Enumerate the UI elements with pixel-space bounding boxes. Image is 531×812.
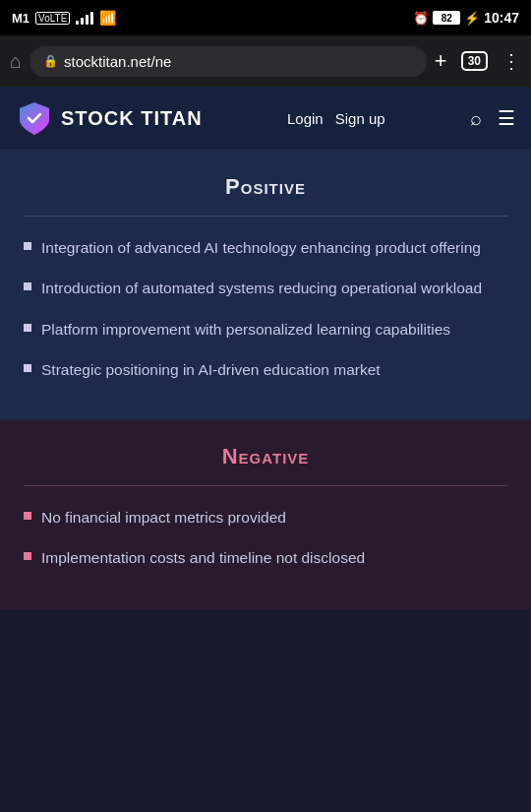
bullet-icon xyxy=(24,242,31,250)
add-tab-button[interactable]: + xyxy=(435,48,447,74)
nav-links: Login Sign up xyxy=(287,110,385,127)
negative-item-1: No financial impact metrics provided xyxy=(41,506,286,529)
bullet-icon xyxy=(24,512,31,520)
status-right: ⏰ 82 ⚡ 10:47 xyxy=(413,10,519,26)
signup-link[interactable]: Sign up xyxy=(335,110,385,127)
positive-divider xyxy=(24,216,507,217)
time-display: 10:47 xyxy=(484,10,519,26)
nav-icons: ⌕ ☰ xyxy=(470,106,515,130)
positive-item-2: Introduction of automated systems reduci… xyxy=(41,277,482,299)
browser-bar: ⌂ 🔒 stocktitan.net/ne + 30 ⋮ xyxy=(0,35,531,87)
negative-section: Negative No financial impact metrics pro… xyxy=(0,420,531,609)
positive-section: Positive Integration of advanced AI tech… xyxy=(0,151,531,420)
navbar: STOCK TITAN Login Sign up ⌕ ☰ xyxy=(0,87,531,151)
positive-list: Integration of advanced AI technology en… xyxy=(24,236,507,381)
login-link[interactable]: Login xyxy=(287,110,324,127)
battery-level: 82 xyxy=(433,11,460,25)
list-item: Strategic positioning in AI-driven educa… xyxy=(24,358,507,381)
logo-container: STOCK TITAN xyxy=(16,99,203,137)
main-content: Positive Integration of advanced AI tech… xyxy=(0,151,531,812)
list-item: Implementation costs and timeline not di… xyxy=(24,546,507,569)
status-bar: M1 VoLTE 📶 ⏰ 82 ⚡ 10:47 xyxy=(0,0,531,35)
alarm-icon: ⏰ xyxy=(413,11,429,26)
positive-item-4: Strategic positioning in AI-driven educa… xyxy=(41,358,381,381)
positive-title: Positive xyxy=(24,174,507,200)
search-icon[interactable]: ⌕ xyxy=(470,107,482,130)
wifi-icon: 📶 xyxy=(99,10,116,26)
lock-icon: 🔒 xyxy=(43,54,58,68)
charging-icon: ⚡ xyxy=(464,11,480,26)
logo-text: STOCK TITAN xyxy=(61,107,203,130)
url-bar[interactable]: 🔒 stocktitan.net/ne xyxy=(30,46,427,77)
list-item: Integration of advanced AI technology en… xyxy=(24,236,507,259)
list-item: Introduction of automated systems reduci… xyxy=(24,277,507,299)
negative-item-2: Implementation costs and timeline not di… xyxy=(41,546,365,569)
volte-badge: VoLTE xyxy=(35,12,70,25)
menu-icon[interactable]: ☰ xyxy=(498,106,515,130)
url-text: stocktitan.net/ne xyxy=(64,53,171,70)
bullet-icon xyxy=(24,324,31,332)
carrier-label: M1 xyxy=(12,11,30,26)
battery-container: 82 xyxy=(433,11,460,25)
signal-bar-2 xyxy=(81,18,84,25)
tab-count[interactable]: 30 xyxy=(461,51,488,71)
bullet-icon xyxy=(24,282,31,290)
bullet-icon xyxy=(24,364,31,372)
signal-bars xyxy=(76,11,93,25)
logo-icon xyxy=(16,99,53,137)
signal-bar-1 xyxy=(76,21,79,25)
positive-item-3: Platform improvement with personalized l… xyxy=(41,318,450,341)
negative-title: Negative xyxy=(24,444,507,469)
status-left: M1 VoLTE 📶 xyxy=(12,10,116,26)
list-item: Platform improvement with personalized l… xyxy=(24,318,507,341)
home-button[interactable]: ⌂ xyxy=(10,50,22,73)
positive-item-1: Integration of advanced AI technology en… xyxy=(41,236,481,259)
negative-divider xyxy=(24,485,507,486)
signal-bar-3 xyxy=(86,15,88,25)
bullet-icon xyxy=(24,552,31,560)
signal-bar-4 xyxy=(90,12,93,25)
list-item: No financial impact metrics provided xyxy=(24,506,507,529)
more-options-icon[interactable]: ⋮ xyxy=(502,49,521,73)
negative-list: No financial impact metrics provided Imp… xyxy=(24,506,507,570)
browser-actions: + 30 ⋮ xyxy=(435,48,521,74)
